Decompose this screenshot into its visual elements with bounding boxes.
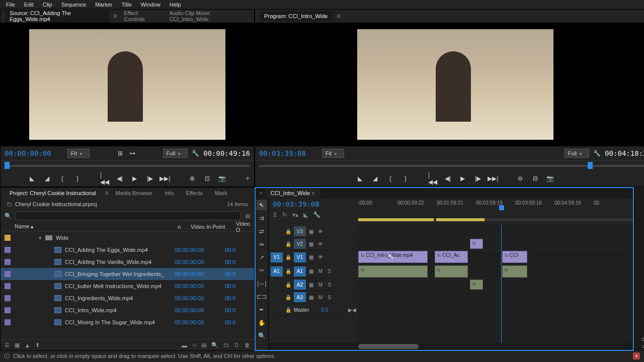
menu-help[interactable]: Help [166, 1, 185, 9]
step-back-icon[interactable]: ◀| [444, 174, 452, 183]
bin-row[interactable]: ▾ Wide [1, 232, 254, 244]
selection-tool-icon[interactable]: ↖ [257, 200, 267, 210]
source-tc-in[interactable]: 00:00:00:00 [5, 149, 51, 157]
new-bin-icon[interactable]: 🗀 [223, 342, 229, 348]
filter-icon[interactable]: ▤ [245, 213, 250, 219]
search-input[interactable] [16, 211, 241, 220]
goto-next-icon[interactable]: ▶▶| [161, 174, 169, 183]
sort-icon[interactable]: ⬆ [35, 342, 40, 348]
program-tc-in[interactable]: 00:03:39:08 [259, 149, 306, 157]
automate-icon[interactable]: ◇ [192, 342, 196, 348]
zoom-slider[interactable]: ▬ [182, 342, 187, 348]
timeline-clip[interactable]: fx [502, 265, 527, 278]
find-icon[interactable]: ▤ [201, 342, 206, 348]
step-fwd-icon[interactable]: |▶ [474, 174, 482, 183]
goto-next-icon[interactable]: ▶▶| [489, 174, 497, 183]
razor-tool-icon[interactable]: ✂ [257, 265, 267, 276]
clip-row[interactable]: CCI_butter Melt Instructions_Wide.mp4 00… [1, 280, 254, 292]
track-header-master[interactable]: 🔒Master0.0 ▶◀ [269, 304, 358, 316]
menu-marker[interactable]: Marker [91, 1, 116, 9]
rolling-tool-icon[interactable]: ⇔ [257, 239, 267, 249]
insert-icon[interactable]: ⊕ [188, 174, 196, 183]
goto-prev-icon[interactable]: |◀◀ [429, 174, 437, 183]
mark-clip-icon[interactable]: { [386, 174, 394, 183]
clip-row[interactable]: CCI_Ingredients_Wide.mp4 00:00:00:00 00:… [1, 292, 254, 304]
timeline-scrollbar[interactable] [269, 343, 633, 350]
timeline-clip[interactable]: fx [435, 265, 468, 278]
panel-menu-icon[interactable]: ≡ [113, 13, 117, 20]
hand-tool-icon[interactable]: ✋ [257, 318, 267, 328]
slide-tool-icon[interactable]: ⊏⊐ [257, 292, 267, 302]
source-tab[interactable]: Source: CCI_Adding The Eggs_Wide.mp4 [5, 8, 109, 24]
markers-tab[interactable]: Mark [210, 189, 232, 198]
effects-tab[interactable]: Effects [181, 189, 208, 198]
mark-clip-icon[interactable]: { [58, 174, 66, 183]
track-header-v1[interactable]: V1🔒V1▦👁 [269, 250, 358, 264]
mark-in-icon[interactable]: ◣ [28, 174, 36, 183]
clip-row[interactable]: CCI_Adding The Eggs_Wide.mp4 00:00:00:00… [1, 244, 254, 256]
timeline-clip[interactable]: fx [470, 239, 483, 249]
list-view-icon[interactable]: ☰ [5, 342, 10, 348]
mark-out-icon[interactable]: ◢ [43, 174, 51, 183]
linked-sel-icon[interactable]: ↻ [282, 211, 287, 218]
timeline-clip[interactable]: fxCCI [502, 251, 527, 263]
slip-tool-icon[interactable]: |↔| [257, 279, 267, 289]
play-icon[interactable]: ▶ [131, 174, 139, 183]
audio-mixer-tab[interactable]: Audio Clip Mixer: CCI_Intro_Wide [164, 8, 250, 24]
lift-icon[interactable]: ⊖ [516, 174, 524, 183]
clip-row[interactable]: CCI_Bringing Together Wet Ingredients_ 0… [1, 268, 254, 280]
settings-icon[interactable]: 🔧 [593, 150, 601, 157]
program-tab[interactable]: Program: CCI_Intro_Wide [259, 11, 333, 21]
rate-tool-icon[interactable]: ↗ [257, 252, 267, 262]
panel-menu-icon[interactable]: ≡ [105, 190, 109, 197]
playhead-icon[interactable] [5, 162, 10, 169]
info-tab[interactable]: Info [159, 189, 179, 198]
disclosure-icon[interactable]: ▾ [39, 235, 42, 241]
column-headers[interactable]: Name ▴ n Video In Point Video O [1, 222, 254, 232]
playhead-line[interactable] [501, 225, 502, 343]
timeline-clip[interactable]: fx [358, 265, 428, 278]
track-header-a2[interactable]: 🔒A2▦MS [269, 279, 358, 291]
program-video[interactable] [255, 23, 644, 146]
mark-out-icon[interactable]: ◢ [371, 174, 379, 183]
menu-sequence[interactable]: Sequence [57, 1, 91, 9]
freeform-icon[interactable]: ▲ [25, 342, 30, 348]
sequence-tab[interactable]: CCI_Intro_Wide ≡ [266, 189, 320, 198]
source-scrubber[interactable] [1, 160, 254, 170]
clip-row[interactable]: CCI_Intro_Wide.mp4 00:00:00:00 00:0 [1, 304, 254, 316]
menu-file[interactable]: File [2, 1, 19, 9]
close-tab-icon[interactable]: × [260, 191, 263, 196]
clip-row[interactable]: CCI_Mixing In The Sugar_Wide.mp4 00:00:0… [1, 316, 254, 328]
marker-icon[interactable]: ▾▴ [292, 211, 298, 218]
program-scrubber[interactable] [255, 160, 644, 170]
ripple-tool-icon[interactable]: ⇄ [257, 226, 267, 236]
menu-edit[interactable]: Edit [20, 1, 38, 9]
overwrite-icon[interactable]: ⊡ [203, 174, 211, 183]
icon-view-icon[interactable]: ▦ [15, 342, 20, 348]
program-zoom[interactable]: Fit▼ [322, 149, 344, 158]
track-select-tool-icon[interactable]: ⇉ [257, 213, 267, 223]
timeline-timecode[interactable]: 00:03:39:08 [273, 200, 354, 208]
clip-row[interactable]: CCI_Adding The Vanilla_Wide.mp4 00:00:00… [1, 256, 254, 268]
playhead-icon[interactable] [588, 162, 593, 169]
add-button-icon[interactable]: + [246, 174, 250, 183]
time-ruler[interactable]: :00:00 00:00:59:22 00:01:59:21 00:02:59:… [358, 198, 633, 225]
insert-icon[interactable]: ⊶ [128, 149, 136, 157]
playhead-icon[interactable] [499, 205, 504, 210]
program-res[interactable]: Full▼ [565, 149, 590, 158]
source-video[interactable] [1, 23, 254, 146]
menu-clip[interactable]: Clip [39, 1, 56, 9]
source-res[interactable]: Full▼ [163, 149, 188, 158]
menu-title[interactable]: Title [117, 1, 135, 9]
safe-margins-icon[interactable]: ⊞ [116, 149, 124, 157]
media-browser-tab[interactable]: Media Browser [111, 189, 157, 198]
search-icon[interactable]: 🔍 [5, 213, 12, 219]
timeline-clip[interactable]: fx [470, 280, 483, 290]
menu-window[interactable]: Window [137, 1, 165, 9]
find-icon[interactable]: 🔍 [211, 342, 218, 348]
source-zoom[interactable]: Fit▼ [67, 149, 90, 158]
pen-tool-icon[interactable]: ✒ [257, 305, 267, 315]
snap-icon[interactable]: ⊻ [273, 211, 277, 218]
marker2-icon[interactable]: ◣ [303, 211, 308, 218]
effect-controls-tab[interactable]: Effect Controls [119, 8, 163, 24]
